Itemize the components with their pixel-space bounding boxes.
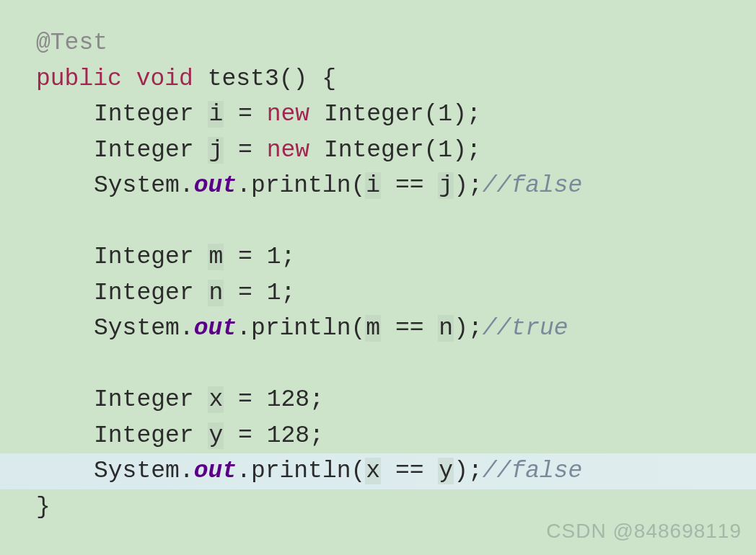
keyword-new: new bbox=[267, 137, 309, 164]
keyword-new: new bbox=[267, 101, 309, 128]
method-println: println bbox=[251, 315, 351, 342]
line-decl-n: Integer n = 1; bbox=[36, 275, 727, 311]
line-method-signature: public void test3() { bbox=[36, 61, 727, 97]
field-out: out bbox=[194, 315, 237, 342]
type-integer: Integer bbox=[94, 280, 194, 306]
var-i: i bbox=[208, 101, 224, 128]
op-eq: == bbox=[395, 172, 424, 199]
code-block: @Test public void test3() { Integer i = … bbox=[36, 25, 727, 525]
type-integer: Integer bbox=[94, 137, 194, 164]
line-decl-j: Integer j = new Integer(1); bbox=[36, 133, 727, 169]
comment-false-1: //false bbox=[483, 172, 583, 199]
var-m: m bbox=[208, 244, 224, 270]
op-eq: == bbox=[395, 315, 424, 342]
var-n-ref: n bbox=[438, 315, 454, 342]
line-print-ij: System.out.println(i == j);//false bbox=[36, 168, 727, 204]
line-decl-m: Integer m = 1; bbox=[36, 239, 727, 275]
constructor-integer: Integer bbox=[324, 101, 424, 128]
watermark: CSDN @848698119 bbox=[546, 516, 742, 546]
line-decl-x: Integer x = 128; bbox=[36, 382, 727, 418]
literal-128: 128 bbox=[267, 422, 309, 449]
class-system: System bbox=[94, 458, 180, 484]
line-print-mn: System.out.println(m == n);//true bbox=[36, 311, 727, 347]
var-i-ref: i bbox=[365, 172, 381, 199]
var-x-ref: x bbox=[365, 458, 381, 484]
literal-128: 128 bbox=[267, 386, 309, 413]
var-j-ref: j bbox=[438, 172, 454, 199]
method-println: println bbox=[251, 172, 351, 199]
type-integer: Integer bbox=[94, 386, 194, 413]
method-name: test3 bbox=[208, 66, 279, 92]
var-j: j bbox=[208, 137, 224, 164]
literal-1: 1 bbox=[267, 244, 281, 270]
var-m-ref: m bbox=[365, 315, 381, 342]
var-y: y bbox=[208, 422, 224, 449]
op-eq: == bbox=[395, 458, 424, 484]
var-n: n bbox=[208, 280, 224, 306]
brace-open: { bbox=[322, 66, 336, 92]
line-decl-y: Integer y = 128; bbox=[36, 418, 727, 454]
field-out: out bbox=[194, 458, 237, 484]
var-x: x bbox=[208, 386, 224, 413]
type-integer: Integer bbox=[94, 422, 194, 449]
brace-close: } bbox=[36, 494, 50, 520]
keyword-public: public bbox=[36, 66, 122, 92]
comment-false-2: //false bbox=[483, 458, 583, 484]
method-println: println bbox=[251, 458, 351, 484]
type-integer: Integer bbox=[94, 244, 194, 270]
line-print-xy: System.out.println(x == y);//false bbox=[0, 453, 756, 489]
keyword-void: void bbox=[136, 66, 193, 92]
literal-1: 1 bbox=[267, 280, 281, 306]
line-annotation: @Test bbox=[36, 25, 727, 61]
literal-1: 1 bbox=[438, 137, 452, 164]
annotation-test: @Test bbox=[36, 30, 107, 56]
var-y-ref: y bbox=[438, 458, 454, 484]
comment-true: //true bbox=[483, 315, 568, 342]
class-system: System bbox=[94, 172, 180, 199]
type-integer: Integer bbox=[94, 101, 194, 128]
field-out: out bbox=[194, 172, 237, 199]
line-decl-i: Integer i = new Integer(1); bbox=[36, 97, 727, 133]
literal-1: 1 bbox=[438, 101, 452, 128]
line-blank-2 bbox=[36, 347, 727, 383]
parens: () bbox=[279, 66, 308, 92]
line-blank-1 bbox=[36, 204, 727, 240]
class-system: System bbox=[94, 315, 180, 342]
constructor-integer: Integer bbox=[324, 137, 424, 164]
